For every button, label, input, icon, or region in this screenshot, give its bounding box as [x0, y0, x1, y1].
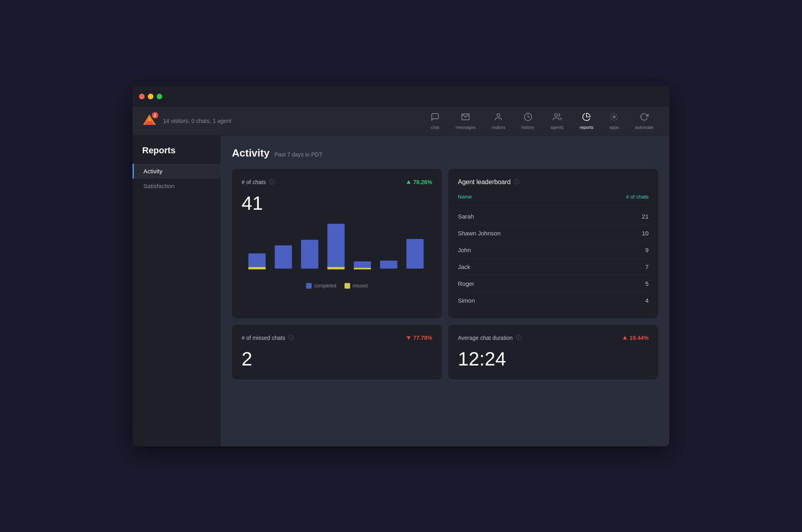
header-status: 14 visitors, 0 chats, 1 agent — [163, 118, 231, 124]
col-name-label: Name — [458, 194, 472, 200]
leaderboard-info-icon[interactable]: ⓘ — [514, 179, 520, 186]
content-area: Reports Activity Satisfaction Activity P… — [133, 136, 669, 446]
svg-rect-14 — [248, 267, 266, 269]
svg-rect-16 — [301, 240, 318, 269]
agents-icon — [553, 112, 562, 123]
missed-info-icon[interactable]: ⓘ — [288, 334, 294, 341]
missed-chats-card: # of missed chats ⓘ 77.78% 2 — [232, 325, 442, 379]
nav-item-history[interactable]: history — [515, 109, 541, 133]
agents-label: agents — [550, 125, 564, 130]
cards-grid: # of chats ⓘ 78.26% 41 — [232, 169, 658, 379]
nav-item-messages[interactable]: messages — [449, 109, 482, 133]
sidebar-item-activity[interactable]: Activity — [133, 164, 221, 179]
apps-label: apps — [609, 125, 619, 130]
agent-row-4: Roger 5 — [458, 275, 649, 292]
notification-badge: 2 — [152, 112, 158, 118]
leaderboard-card: Agent leaderboard ⓘ Name # of chats Sara… — [448, 169, 658, 318]
bar-chart: Jul 5 Jul 6 Jul 7 Jul 8 Jul 9 Jul 10 Jul… — [242, 221, 432, 277]
sidebar-item-satisfaction[interactable]: Satisfaction — [133, 179, 221, 193]
svg-rect-21 — [380, 261, 397, 269]
reports-icon — [582, 112, 591, 123]
history-icon — [524, 112, 532, 123]
chat-label: chat — [431, 125, 439, 130]
legend-completed: completed — [306, 283, 336, 289]
leaderboard-header: Agent leaderboard ⓘ — [458, 179, 649, 186]
missed-color — [345, 283, 350, 289]
agent-row-2: John 9 — [458, 242, 649, 259]
avg-title: Average chat duration — [458, 335, 513, 341]
svg-point-6 — [554, 113, 557, 116]
agent-name-2: John — [458, 247, 471, 253]
svg-rect-20 — [354, 268, 371, 269]
col-chats-label: # of chats — [626, 194, 649, 200]
agent-chats-4: 5 — [645, 280, 649, 287]
visitors-label: visitors — [492, 125, 505, 130]
maximize-button[interactable] — [157, 94, 162, 99]
agent-row-0: Sarah 21 — [458, 208, 649, 225]
avg-trend: 19.44% — [623, 335, 649, 341]
agent-chats-3: 7 — [645, 263, 649, 270]
avg-title-area: Average chat duration ⓘ — [458, 334, 522, 341]
agent-row-3: Jack 7 — [458, 259, 649, 275]
avg-info-icon[interactable]: ⓘ — [516, 334, 522, 341]
titlebar — [133, 86, 669, 107]
chats-info-icon[interactable]: ⓘ — [269, 179, 275, 186]
missed-trend: 77.78% — [406, 335, 432, 341]
chart-legend: completed missed — [242, 283, 432, 289]
minimize-button[interactable] — [148, 94, 153, 99]
apps-icon — [610, 112, 619, 123]
reports-label: reports — [580, 125, 593, 130]
sidebar: Reports Activity Satisfaction — [133, 136, 221, 446]
nav-item-apps[interactable]: apps — [603, 109, 625, 133]
chats-title: # of chats — [242, 179, 266, 185]
nav-item-chat[interactable]: chat — [424, 109, 446, 133]
close-button[interactable] — [139, 94, 145, 99]
avg-duration-card: Average chat duration ⓘ 19.44% 12:24 — [448, 325, 658, 379]
chats-card: # of chats ⓘ 78.26% 41 — [232, 169, 442, 318]
nav-item-automate[interactable]: automate — [629, 109, 660, 133]
automate-icon — [640, 112, 649, 123]
leaderboard-columns: Name # of chats — [458, 194, 649, 205]
leaderboard-rows: Sarah 21 Shawn Johnson 10 John 9 Jack — [458, 208, 649, 309]
avg-trend-icon — [623, 335, 627, 340]
agent-chats-2: 9 — [645, 247, 649, 253]
svg-rect-13 — [248, 253, 266, 269]
agent-chats-1: 10 — [642, 230, 649, 237]
history-label: history — [522, 125, 534, 130]
svg-point-4 — [497, 113, 500, 116]
page-subtitle: Past 7 days in PDT — [274, 151, 322, 158]
sidebar-title: Reports — [133, 145, 221, 164]
chats-value: 41 — [242, 192, 432, 214]
nav-item-visitors[interactable]: visitors — [485, 109, 512, 133]
nav-item-agents[interactable]: agents — [544, 109, 570, 133]
missed-chats-header: # of missed chats ⓘ 77.78% — [242, 334, 432, 341]
avg-value: 12:24 — [458, 348, 649, 370]
missed-title: # of missed chats — [242, 335, 285, 341]
main-content: Activity Past 7 days in PDT # of chats ⓘ — [221, 136, 669, 446]
chats-title-area: # of chats ⓘ — [242, 179, 275, 186]
chats-card-header: # of chats ⓘ 78.26% — [242, 179, 432, 186]
agent-chats-0: 21 — [642, 213, 649, 220]
page-title: Activity — [232, 147, 270, 159]
agent-name-0: Sarah — [458, 213, 474, 220]
svg-rect-15 — [275, 245, 292, 269]
agent-name-3: Jack — [458, 263, 470, 270]
header: 2 14 visitors, 0 chats, 1 agent chat — [133, 107, 669, 136]
legend-missed: missed — [345, 283, 368, 289]
logo-area: 2 14 visitors, 0 chats, 1 agent — [142, 114, 231, 128]
app-logo: 2 — [142, 114, 157, 128]
traffic-lights — [139, 94, 162, 99]
leaderboard-title: Agent leaderboard — [458, 179, 511, 186]
trend-up-icon — [406, 180, 411, 185]
chat-icon — [431, 112, 439, 123]
agent-name-5: Simon — [458, 297, 475, 304]
svg-rect-19 — [354, 261, 371, 269]
svg-rect-17 — [327, 224, 345, 269]
svg-marker-30 — [407, 336, 411, 340]
trend-down-icon — [406, 335, 411, 340]
visitors-icon — [494, 112, 503, 123]
nav-item-reports[interactable]: reports — [573, 109, 600, 133]
automate-label: automate — [635, 125, 653, 130]
page-header: Activity Past 7 days in PDT — [232, 147, 658, 159]
svg-point-7 — [613, 116, 615, 118]
